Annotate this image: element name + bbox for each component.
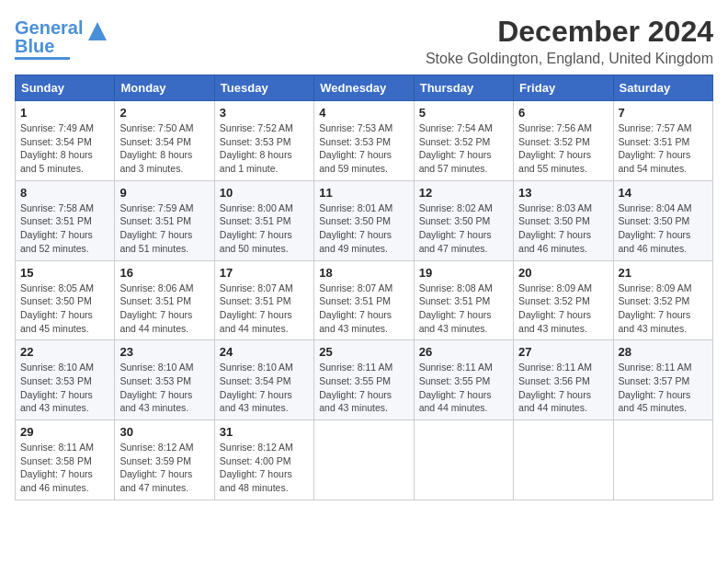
calendar-day-11: 11Sunrise: 8:01 AMSunset: 3:50 PMDayligh… [314,180,414,260]
calendar-day-8: 8Sunrise: 7:58 AMSunset: 3:51 PMDaylight… [16,180,115,260]
day-info: Sunrise: 7:57 AMSunset: 3:51 PMDaylight:… [619,121,708,176]
calendar-day-16: 16Sunrise: 8:06 AMSunset: 3:51 PMDayligh… [115,260,214,340]
day-number: 6 [518,106,608,120]
calendar-day-3: 3Sunrise: 7:52 AMSunset: 3:53 PMDaylight… [214,101,313,181]
day-info: Sunrise: 8:09 AMSunset: 3:52 PMDaylight:… [619,282,708,336]
calendar-day-4: 4Sunrise: 7:53 AMSunset: 3:53 PMDaylight… [314,101,414,181]
calendar-day-21: 21Sunrise: 8:09 AMSunset: 3:52 PMDayligh… [613,260,712,340]
day-number: 16 [119,266,209,280]
calendar-week-3: 15Sunrise: 8:05 AMSunset: 3:50 PMDayligh… [16,260,713,340]
day-info: Sunrise: 8:04 AMSunset: 3:50 PMDaylight:… [619,201,708,256]
calendar-day-29: 29Sunrise: 8:11 AMSunset: 3:58 PMDayligh… [16,420,115,500]
header-wednesday: Wednesday [314,75,414,101]
calendar-day-2: 2Sunrise: 7:50 AMSunset: 3:54 PMDaylight… [115,101,214,181]
day-number: 7 [619,106,708,120]
day-number: 12 [419,186,508,200]
day-number: 31 [220,425,309,439]
calendar-week-4: 22Sunrise: 8:10 AMSunset: 3:53 PMDayligh… [16,340,713,420]
day-info: Sunrise: 8:00 AMSunset: 3:51 PMDaylight:… [220,201,309,256]
day-info: Sunrise: 8:08 AMSunset: 3:51 PMDaylight:… [419,282,508,336]
empty-cell [613,420,712,500]
calendar-day-6: 6Sunrise: 7:56 AMSunset: 3:52 PMDaylight… [514,101,613,181]
calendar-day-27: 27Sunrise: 8:11 AMSunset: 3:56 PMDayligh… [514,340,613,420]
day-info: Sunrise: 7:58 AMSunset: 3:51 PMDaylight:… [20,201,109,256]
empty-cell [514,420,613,500]
day-info: Sunrise: 8:11 AMSunset: 3:58 PMDaylight:… [20,441,109,495]
day-number: 25 [319,345,408,359]
day-number: 2 [119,106,209,120]
calendar-day-19: 19Sunrise: 8:08 AMSunset: 3:51 PMDayligh… [414,260,513,340]
page-title: December 2024 [426,15,713,49]
day-number: 17 [220,266,309,280]
day-number: 1 [20,106,109,120]
logo-icon [85,18,110,44]
calendar-day-12: 12Sunrise: 8:02 AMSunset: 3:50 PMDayligh… [414,180,513,260]
day-number: 3 [220,106,309,120]
day-info: Sunrise: 8:11 AMSunset: 3:55 PMDaylight:… [419,361,508,415]
calendar-week-5: 29Sunrise: 8:11 AMSunset: 3:58 PMDayligh… [16,420,713,500]
day-info: Sunrise: 8:05 AMSunset: 3:50 PMDaylight:… [20,282,109,336]
day-info: Sunrise: 8:07 AMSunset: 3:51 PMDaylight:… [319,282,408,336]
day-info: Sunrise: 7:50 AMSunset: 3:54 PMDaylight:… [119,121,209,176]
day-number: 5 [419,106,508,120]
calendar-day-17: 17Sunrise: 8:07 AMSunset: 3:51 PMDayligh… [214,260,313,340]
svg-marker-0 [88,22,107,40]
empty-cell [414,420,513,500]
day-info: Sunrise: 7:53 AMSunset: 3:53 PMDaylight:… [319,121,408,176]
day-number: 8 [20,186,109,200]
calendar-day-28: 28Sunrise: 8:11 AMSunset: 3:57 PMDayligh… [613,340,712,420]
calendar-day-9: 9Sunrise: 7:59 AMSunset: 3:51 PMDaylight… [115,180,214,260]
calendar-day-26: 26Sunrise: 8:11 AMSunset: 3:55 PMDayligh… [414,340,513,420]
header-sunday: Sunday [16,75,115,101]
calendar-day-30: 30Sunrise: 8:12 AMSunset: 3:59 PMDayligh… [115,420,214,500]
day-info: Sunrise: 8:03 AMSunset: 3:50 PMDaylight:… [518,201,608,256]
header-saturday: Saturday [613,75,712,101]
day-info: Sunrise: 8:10 AMSunset: 3:53 PMDaylight:… [20,361,109,415]
day-info: Sunrise: 7:56 AMSunset: 3:52 PMDaylight:… [518,121,608,176]
header-monday: Monday [115,75,214,101]
day-number: 14 [619,186,708,200]
day-info: Sunrise: 8:09 AMSunset: 3:52 PMDaylight:… [518,282,608,336]
header-friday: Friday [514,75,613,101]
day-info: Sunrise: 7:52 AMSunset: 3:53 PMDaylight:… [220,121,309,176]
day-number: 22 [20,345,109,359]
calendar-header-row: SundayMondayTuesdayWednesdayThursdayFrid… [16,75,713,101]
calendar-day-7: 7Sunrise: 7:57 AMSunset: 3:51 PMDaylight… [613,101,712,181]
calendar-day-18: 18Sunrise: 8:07 AMSunset: 3:51 PMDayligh… [314,260,414,340]
day-info: Sunrise: 7:49 AMSunset: 3:54 PMDaylight:… [20,121,109,176]
day-number: 9 [119,186,209,200]
day-info: Sunrise: 8:12 AMSunset: 4:00 PMDaylight:… [220,441,309,495]
day-number: 23 [119,345,209,359]
page-subtitle: Stoke Goldington, England, United Kingdo… [426,51,713,67]
day-info: Sunrise: 8:11 AMSunset: 3:57 PMDaylight:… [619,361,708,415]
day-info: Sunrise: 8:06 AMSunset: 3:51 PMDaylight:… [119,282,209,336]
day-info: Sunrise: 8:11 AMSunset: 3:55 PMDaylight:… [319,361,408,415]
calendar-day-14: 14Sunrise: 8:04 AMSunset: 3:50 PMDayligh… [613,180,712,260]
day-number: 18 [319,266,408,280]
day-number: 19 [419,266,508,280]
calendar-day-10: 10Sunrise: 8:00 AMSunset: 3:51 PMDayligh… [214,180,313,260]
logo-text: GeneralBlue [15,18,83,55]
calendar-day-13: 13Sunrise: 8:03 AMSunset: 3:50 PMDayligh… [514,180,613,260]
calendar-week-2: 8Sunrise: 7:58 AMSunset: 3:51 PMDaylight… [16,180,713,260]
day-number: 11 [319,186,408,200]
logo: GeneralBlue [15,18,110,60]
calendar-day-25: 25Sunrise: 8:11 AMSunset: 3:55 PMDayligh… [314,340,414,420]
calendar-day-24: 24Sunrise: 8:10 AMSunset: 3:54 PMDayligh… [214,340,313,420]
day-number: 24 [220,345,309,359]
day-info: Sunrise: 8:01 AMSunset: 3:50 PMDaylight:… [319,201,408,256]
calendar-day-5: 5Sunrise: 7:54 AMSunset: 3:52 PMDaylight… [414,101,513,181]
calendar-day-15: 15Sunrise: 8:05 AMSunset: 3:50 PMDayligh… [16,260,115,340]
calendar-table: SundayMondayTuesdayWednesdayThursdayFrid… [15,75,713,500]
day-number: 10 [220,186,309,200]
day-number: 20 [518,266,608,280]
page-header: GeneralBlue December 2024 Stoke Goldingt… [15,15,713,67]
day-number: 13 [518,186,608,200]
day-info: Sunrise: 7:59 AMSunset: 3:51 PMDaylight:… [119,201,209,256]
header-thursday: Thursday [414,75,513,101]
calendar-day-1: 1Sunrise: 7:49 AMSunset: 3:54 PMDaylight… [16,101,115,181]
day-info: Sunrise: 8:07 AMSunset: 3:51 PMDaylight:… [220,282,309,336]
calendar-day-23: 23Sunrise: 8:10 AMSunset: 3:53 PMDayligh… [115,340,214,420]
day-number: 15 [20,266,109,280]
day-number: 4 [319,106,408,120]
